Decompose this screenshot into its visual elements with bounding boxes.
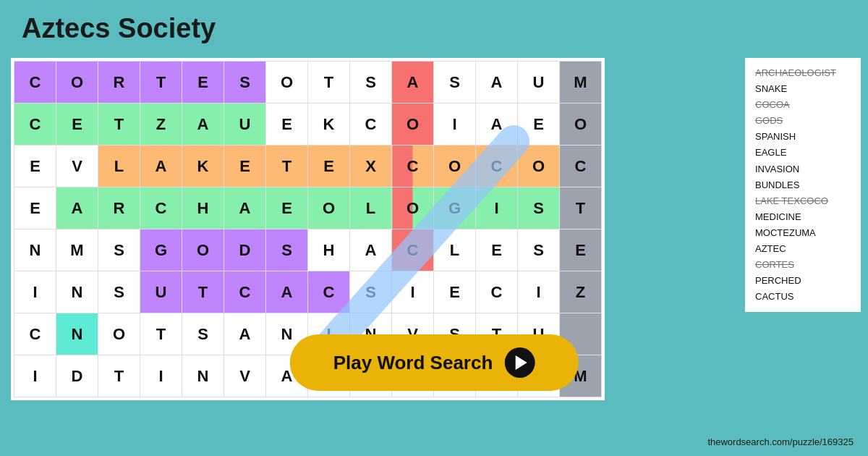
grid-cell: O [56,62,98,104]
word-list-item: INVASION [755,161,851,177]
grid-cell: N [56,271,98,313]
grid-cell: E [476,229,518,271]
grid-cell: A [476,104,518,145]
grid-cell: I [140,355,182,397]
grid-cell: T [98,355,140,397]
grid-cell: U [140,271,182,313]
grid-cell: A [350,229,392,271]
grid-cell: S [98,271,140,313]
grid-cell: S [98,229,140,271]
grid-cell: C [392,229,434,271]
grid-cell: E [182,62,224,104]
grid-cell: T [140,313,182,355]
grid-cell: I [14,271,56,313]
grid-cell: T [560,187,602,229]
grid-cell: M [560,62,602,104]
word-list-item: SPANISH [755,129,851,145]
grid-cell: R [98,187,140,229]
grid-cell: C [14,104,56,145]
word-list-item: PERCHED [755,273,851,289]
word-list-item: GODS [755,113,851,129]
grid-cell: O [392,187,434,229]
word-list: ARCHAEOLOGIST SNAKE COCOA GODS SPANISH E… [745,58,861,312]
grid-cell: I [476,187,518,229]
grid-cell: I [392,271,434,313]
grid-cell: R [98,62,140,104]
play-icon [504,347,535,378]
grid-cell: A [56,187,98,229]
grid-cell: S [350,62,392,104]
grid-cell: L [350,187,392,229]
grid-cell: C [476,145,518,187]
grid-cell: N [56,313,98,355]
grid-cell: C [140,187,182,229]
grid-cell: S [518,229,560,271]
grid-cell: C [308,271,350,313]
footer-url: thewordsearch.com/puzzle/169325 [707,436,854,447]
grid-cell: A [476,62,518,104]
grid-cell: C [350,104,392,145]
grid-cell: V [224,355,266,397]
grid-cell: H [308,229,350,271]
grid-cell: S [182,313,224,355]
grid-cell: E [518,104,560,145]
grid-cell: E [308,145,350,187]
grid-cell: K [182,145,224,187]
word-list-item: SNAKE [755,81,851,97]
grid-cell: E [560,229,602,271]
grid-cell: Z [560,271,602,313]
grid-cell: I [14,355,56,397]
grid-cell: T [266,145,308,187]
grid-cell: C [14,62,56,104]
grid-cell: U [224,104,266,145]
grid-cell: O [98,313,140,355]
grid-cell: S [224,62,266,104]
grid-cell: A [140,145,182,187]
grid-cell: O [266,62,308,104]
grid-cell: S [266,229,308,271]
page-title: Aztecs Society [22,13,216,44]
grid-cell: I [518,271,560,313]
grid-cell: O [434,145,476,187]
grid-cell: K [308,104,350,145]
grid-cell: E [266,104,308,145]
word-list-item: CACTUS [755,289,851,305]
grid-cell: Z [140,104,182,145]
grid-cell: E [14,187,56,229]
grid-cell: G [140,229,182,271]
grid-cell: L [434,229,476,271]
grid-cell: A [224,313,266,355]
grid-cell: T [140,62,182,104]
grid-cell: A [266,271,308,313]
word-list-item: COCOA [755,97,851,113]
grid-cell: C [392,145,434,187]
word-list-item: EAGLE [755,145,851,161]
grid-cell: C [476,271,518,313]
grid-cell: H [182,187,224,229]
grid-cell: S [350,271,392,313]
grid-cell: D [224,229,266,271]
grid-cell: T [308,62,350,104]
word-list-item: BUNDLES [755,177,851,193]
word-list-item: CORTES [755,257,851,273]
grid-cell: T [182,271,224,313]
word-list-item: MEDICINE [755,209,851,225]
grid-cell: D [56,355,98,397]
grid-cell: O [182,229,224,271]
word-list-item: AZTEC [755,241,851,257]
grid-cell: S [518,187,560,229]
word-list-item: ARCHAEOLOGIST [755,65,851,81]
grid-cell: O [308,187,350,229]
grid-cell: A [392,62,434,104]
word-list-item: MOCTEZUMA [755,225,851,241]
grid-cell: C [560,145,602,187]
play-word-search-button[interactable]: Play Word Search [290,334,579,391]
grid-cell: A [224,187,266,229]
grid-cell: L [98,145,140,187]
grid-cell: N [182,355,224,397]
grid-cell: O [560,104,602,145]
grid-cell: E [224,145,266,187]
grid-cell: A [182,104,224,145]
grid-cell: C [14,313,56,355]
play-button-label: Play Word Search [333,352,493,374]
